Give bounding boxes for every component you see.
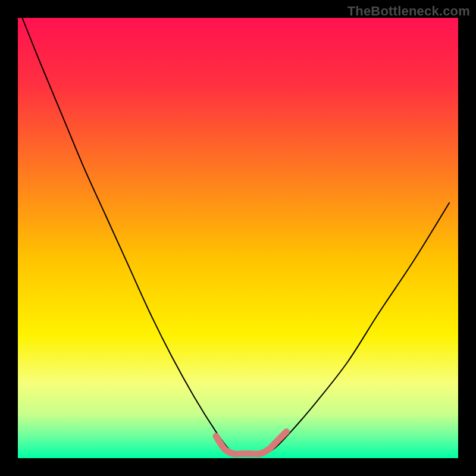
bottleneck-chart — [0, 0, 476, 476]
chart-frame: TheBottleneck.com — [0, 0, 476, 476]
watermark-label: TheBottleneck.com — [347, 4, 470, 19]
plot-background — [18, 18, 458, 458]
